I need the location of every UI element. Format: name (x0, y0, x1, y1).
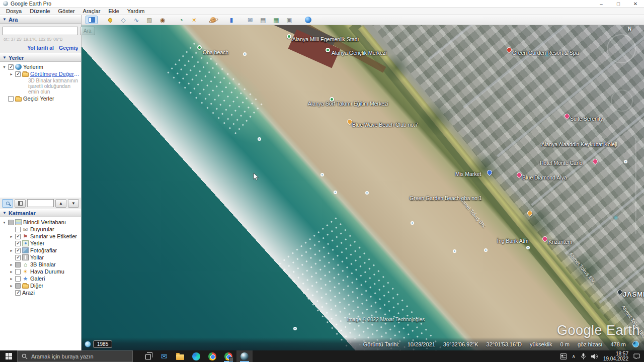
poi-stadium[interactable] (287, 34, 291, 39)
checkbox[interactable] (8, 220, 14, 225)
history-link[interactable]: Geçmiş (59, 45, 78, 51)
sunlight-button[interactable]: ☀ (188, 16, 200, 24)
menu-item[interactable]: Düzenle (26, 8, 54, 15)
add-path-button[interactable]: ∿ (130, 16, 142, 24)
photo-marker[interactable] (243, 52, 247, 56)
close-button[interactable]: ✕ (627, 0, 644, 7)
map-label[interactable]: Süite Serenity (570, 116, 603, 122)
menu-item[interactable]: Ekle (104, 8, 123, 15)
row-label[interactable]: Hava Durumu (30, 268, 64, 275)
historical-imagery-chip[interactable]: 1985 (85, 340, 112, 348)
widgets-icon[interactable] (560, 353, 567, 359)
compass-north-label[interactable]: N (628, 26, 631, 32)
microphone-icon[interactable] (581, 353, 586, 359)
map-label[interactable]: JASMINE (623, 291, 644, 298)
historical-imagery-button[interactable]: ◔ (175, 16, 187, 24)
expand-arrow-icon[interactable]: ▸ (9, 72, 14, 76)
row-label[interactable]: Fotoğraflar (30, 247, 57, 253)
layers-row-more[interactable]: ▸ Diğer (1, 282, 81, 289)
taskbar-search-box[interactable]: Aramak için buraya yazın (17, 350, 133, 362)
layers-panel-header[interactable]: ▼ Katmanlar (0, 209, 81, 217)
ruler-button[interactable]: ▮ (225, 16, 237, 24)
layers-filter-input[interactable] (27, 199, 54, 207)
row-label[interactable]: Diğer (30, 283, 43, 289)
map-label[interactable]: İng Bank Atm (497, 238, 528, 244)
map-label[interactable]: Alanya Sörf Takımı Eğitim Merkezi (308, 101, 388, 107)
add-placemark-button[interactable] (104, 16, 116, 24)
menu-item[interactable]: Göster (54, 8, 79, 15)
checkbox[interactable] (15, 276, 21, 282)
menu-item[interactable]: Dosya (2, 8, 26, 15)
row-label[interactable]: Yollar (30, 254, 44, 260)
photo-marker[interactable] (293, 327, 297, 330)
chrome-profile-app[interactable] (220, 350, 236, 362)
expand-arrow-icon[interactable]: ▾ (2, 65, 7, 69)
map-label[interactable]: Krizantem (548, 239, 572, 245)
row-label[interactable]: Görülmeye Değer Yerler Turu (30, 71, 80, 77)
history-year-badge[interactable]: 1985 (93, 340, 112, 348)
map-label[interactable]: Blue Diamond Alya (522, 174, 567, 180)
layers-row-gallery[interactable]: ▸ Galeri (1, 275, 81, 282)
google-earth-app[interactable] (236, 350, 253, 362)
next-result-button[interactable]: ▼ (68, 199, 79, 208)
menu-item[interactable]: Araçlar (79, 8, 105, 15)
notification-center-icon[interactable] (633, 353, 640, 359)
photo-marker[interactable] (365, 191, 369, 195)
row-label[interactable]: Yerlerim (23, 64, 43, 70)
checkbox[interactable] (15, 283, 21, 289)
speaker-icon[interactable] (591, 353, 598, 359)
photo-marker[interactable] (258, 137, 261, 141)
record-tour-button[interactable]: ◉ (156, 16, 169, 24)
maximize-button[interactable]: □ (610, 0, 627, 7)
zoom-slider[interactable] (635, 138, 636, 234)
places-row-my-places[interactable]: ▾ Yerlerim (1, 63, 81, 70)
map-label[interactable]: Green Garden Beach oba no:1 (410, 195, 482, 201)
row-label[interactable]: Galeri (30, 276, 45, 282)
layers-row-places[interactable]: Yerler (1, 240, 81, 247)
layers-row-primary-database[interactable]: ▾ Birincil Veritabanı (1, 219, 81, 226)
expand-arrow-icon[interactable]: ▾ (2, 220, 7, 225)
row-label[interactable]: Arazi (22, 290, 35, 296)
search-input[interactable] (3, 27, 78, 35)
map-viewport[interactable]: Oba beachAlanya Milli Egemenlik StadıAla… (82, 25, 644, 350)
checkbox[interactable] (15, 248, 21, 253)
map-label[interactable]: Hotel Monte Carlo (540, 160, 583, 166)
previous-result-button[interactable]: ▲ (55, 199, 66, 208)
row-label[interactable]: Yerler (30, 240, 44, 246)
row-label[interactable]: 3D Binalar katmanının işaretli olduğunda… (28, 78, 80, 95)
photo-marker[interactable] (334, 191, 337, 194)
get-directions-link[interactable]: Yol tarifi al (27, 45, 54, 51)
map-label[interactable]: Alanya Milli Egemenlik Stadı (292, 36, 359, 42)
checkbox[interactable] (8, 64, 14, 70)
map-label[interactable]: Blue Wave Beach Club no:7 (352, 122, 418, 128)
add-image-overlay-button[interactable]: ▧ (143, 16, 155, 24)
expand-arrow-icon[interactable]: ▸ (9, 262, 14, 267)
places-row-temporary-places[interactable]: Geçici Yerler (1, 95, 81, 102)
places-panel-header[interactable]: ▼ Yerler (0, 53, 81, 62)
add-polygon-button[interactable]: ◇ (117, 16, 129, 24)
checkbox[interactable] (15, 262, 21, 267)
layers-view-toggle[interactable] (15, 199, 26, 208)
search-layers-toggle[interactable] (2, 199, 13, 208)
edge-app[interactable] (188, 350, 204, 362)
layers-row-3d-buildings[interactable]: ▸ 3B Binalar (1, 261, 81, 268)
layers-row-announcements[interactable]: Duyurular (1, 226, 81, 233)
photo-marker[interactable] (411, 221, 414, 225)
layers-row-photos[interactable]: ▸ Fotoğraflar (1, 247, 81, 254)
checkbox[interactable] (15, 71, 21, 77)
expand-arrow-icon[interactable]: ▸ (9, 269, 14, 274)
photo-marker[interactable] (320, 173, 324, 176)
minimize-button[interactable]: – (593, 0, 610, 7)
taskbar-clock[interactable]: 18:57 19.04.2022 (603, 351, 628, 361)
photo-marker[interactable] (526, 246, 530, 249)
checkbox[interactable] (15, 255, 21, 260)
expand-arrow-icon[interactable]: ▸ (9, 248, 14, 253)
save-image-button[interactable]: ▦ (270, 16, 282, 24)
planets-button[interactable] (207, 16, 219, 24)
map-label[interactable]: Alanya Alaaddin Keykubat Koleji (541, 141, 617, 147)
photo-marker[interactable] (453, 249, 456, 253)
checkbox[interactable] (15, 241, 21, 246)
row-label[interactable]: Sınırlar ve Etiketler (30, 233, 77, 239)
search-panel-header[interactable]: ▼ Ara (0, 15, 81, 24)
layers-row-terrain[interactable]: Arazi (1, 289, 81, 296)
